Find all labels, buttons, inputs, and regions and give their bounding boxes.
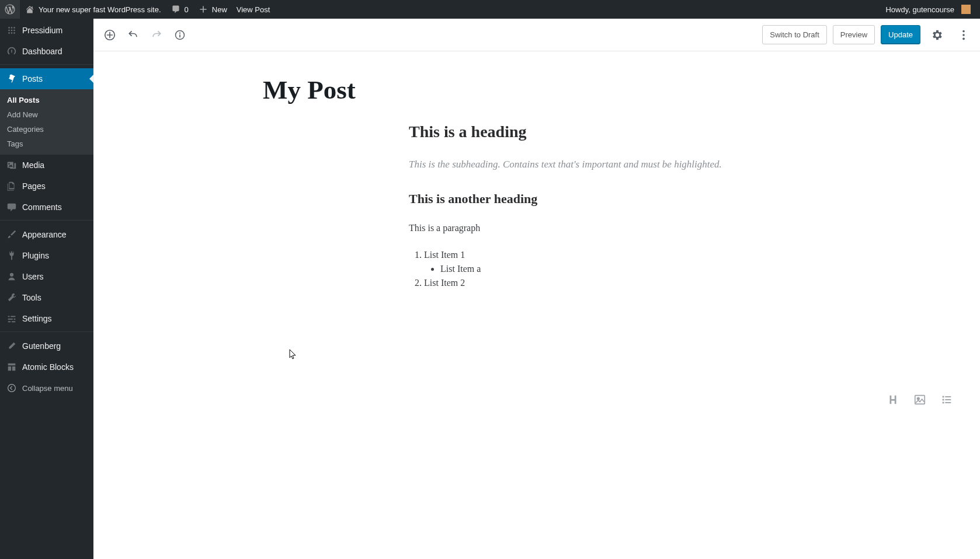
plug-icon xyxy=(6,250,18,261)
pencil-icon xyxy=(6,340,18,352)
subheading-block[interactable]: This is the subheading. Contains text th… xyxy=(409,159,829,170)
sub-all-posts[interactable]: All Posts xyxy=(0,93,93,107)
wrench-icon xyxy=(6,292,18,303)
mouse-cursor xyxy=(289,349,297,361)
editor: Switch to Draft Preview Update My Post T… xyxy=(93,19,980,559)
settings-toggle[interactable] xyxy=(926,25,947,46)
svg-point-14 xyxy=(962,30,965,32)
sidebar-separator xyxy=(0,218,93,221)
layout-icon xyxy=(6,361,18,373)
collapse-menu[interactable]: Collapse menu xyxy=(0,378,93,399)
svg-point-0 xyxy=(8,27,10,29)
block-suggestions xyxy=(883,390,957,410)
list-item: List Item a xyxy=(440,264,829,274)
sub-tags[interactable]: Tags xyxy=(0,137,93,151)
editor-content[interactable]: My Post This is a heading This is the su… xyxy=(93,51,980,559)
sliders-icon xyxy=(6,313,18,324)
howdy-text: Howdy, gutencourse xyxy=(885,5,954,14)
heading-block[interactable]: This is a heading xyxy=(409,123,829,141)
sidebar-pages[interactable]: Pages xyxy=(0,176,93,197)
pages-icon xyxy=(6,180,18,192)
image-hint-icon[interactable] xyxy=(910,390,930,410)
sidebar-gutenberg[interactable]: Gutenberg xyxy=(0,336,93,357)
svg-rect-19 xyxy=(943,396,944,398)
list-item: List Item 2 xyxy=(424,278,829,288)
account-link[interactable]: Howdy, gutencourse xyxy=(881,0,975,19)
svg-point-8 xyxy=(13,32,15,34)
home-icon xyxy=(25,4,35,15)
collapse-icon xyxy=(6,382,18,394)
comments-link[interactable]: 0 xyxy=(166,0,193,19)
pin-icon xyxy=(6,73,18,85)
sidebar-separator xyxy=(0,62,93,65)
plus-icon xyxy=(198,4,208,15)
new-content[interactable]: New xyxy=(193,0,232,19)
svg-rect-24 xyxy=(945,402,951,403)
svg-point-7 xyxy=(11,32,13,34)
info-button[interactable] xyxy=(169,25,190,46)
more-menu-button[interactable] xyxy=(953,25,974,46)
brush-icon xyxy=(6,229,18,240)
sidebar-plugins[interactable]: Plugins xyxy=(0,245,93,266)
sub-add-new[interactable]: Add New xyxy=(0,107,93,122)
svg-point-2 xyxy=(13,27,15,29)
sidebar-posts-submenu: All Posts Add New Categories Tags xyxy=(0,89,93,155)
view-post[interactable]: View Post xyxy=(232,0,275,19)
list-item: List Item 1 List Item a xyxy=(424,250,829,274)
sub-categories[interactable]: Categories xyxy=(0,122,93,137)
svg-rect-23 xyxy=(943,402,944,404)
svg-point-18 xyxy=(917,397,919,400)
host-icon xyxy=(6,25,18,36)
sidebar-atomic-blocks[interactable]: Atomic Blocks xyxy=(0,357,93,378)
media-icon xyxy=(6,159,18,171)
dashboard-icon xyxy=(6,46,18,57)
svg-rect-22 xyxy=(945,399,951,400)
redo-button[interactable] xyxy=(146,25,167,46)
svg-point-9 xyxy=(8,385,16,392)
wordpress-icon xyxy=(5,4,15,15)
site-home[interactable]: Your new super fast WordPress site. xyxy=(20,0,166,19)
comment-icon xyxy=(6,201,18,213)
sidebar-dashboard[interactable]: Dashboard xyxy=(0,41,93,62)
ordered-list-block[interactable]: List Item 1 List Item a List Item 2 xyxy=(424,250,829,288)
list-hint-icon[interactable] xyxy=(937,390,957,410)
user-icon xyxy=(6,271,18,282)
svg-point-15 xyxy=(962,34,965,36)
undo-button[interactable] xyxy=(123,25,144,46)
svg-point-12 xyxy=(179,32,180,33)
sidebar-comments[interactable]: Comments xyxy=(0,197,93,218)
svg-point-5 xyxy=(13,30,15,32)
switch-draft-button[interactable]: Switch to Draft xyxy=(762,25,827,44)
sidebar-appearance[interactable]: Appearance xyxy=(0,224,93,245)
svg-point-6 xyxy=(8,32,10,34)
sidebar-host[interactable]: Pressidium xyxy=(0,19,93,41)
sidebar-posts[interactable]: Posts xyxy=(0,68,93,89)
svg-rect-17 xyxy=(915,396,925,404)
preview-button[interactable]: Preview xyxy=(833,25,875,44)
paragraph-block[interactable]: This is a paragraph xyxy=(409,223,829,233)
comments-count: 0 xyxy=(185,5,189,14)
admin-bar: Your new super fast WordPress site. 0 Ne… xyxy=(0,0,980,19)
new-label: New xyxy=(212,5,227,14)
admin-sidebar: Pressidium Dashboard Posts All Posts Add… xyxy=(0,19,93,559)
svg-point-3 xyxy=(8,30,10,32)
sidebar-tools[interactable]: Tools xyxy=(0,287,93,308)
svg-rect-13 xyxy=(179,34,180,37)
heading-hint-icon[interactable] xyxy=(883,390,903,410)
sidebar-media[interactable]: Media xyxy=(0,155,93,176)
site-title: Your new super fast WordPress site. xyxy=(39,5,161,14)
sidebar-users[interactable]: Users xyxy=(0,266,93,287)
add-block-button[interactable] xyxy=(99,25,120,46)
wp-logo[interactable] xyxy=(0,0,20,19)
sidebar-separator xyxy=(0,329,93,332)
comment-icon xyxy=(171,4,181,15)
update-button[interactable]: Update xyxy=(881,25,920,44)
avatar xyxy=(961,5,971,14)
svg-point-1 xyxy=(11,27,13,29)
svg-point-16 xyxy=(962,37,965,40)
post-title[interactable]: My Post xyxy=(263,75,980,105)
sidebar-settings[interactable]: Settings xyxy=(0,308,93,329)
editor-toolbar: Switch to Draft Preview Update xyxy=(93,19,980,51)
heading-block[interactable]: This is another heading xyxy=(409,191,829,207)
svg-rect-20 xyxy=(945,396,951,397)
